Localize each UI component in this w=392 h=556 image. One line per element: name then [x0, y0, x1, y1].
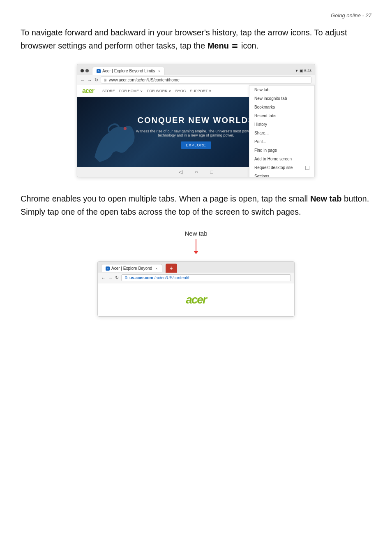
bs2-page-icon: 🗎	[124, 276, 128, 280]
page-header: Going online - 27	[21, 12, 371, 19]
bs2-tab-close[interactable]: ×	[155, 266, 157, 271]
nav-byoc: BYOC	[175, 89, 186, 93]
page-icon: 🗎	[104, 78, 107, 82]
dropdown-find-in-page[interactable]: Find in page	[249, 146, 314, 155]
second-text-part1: Chrome enables you to open multiple tabs…	[21, 194, 310, 203]
home-nav-icon[interactable]: ○	[195, 169, 198, 175]
browser-screenshot-2: a Acer | Explore Beyond × + ← → ↻ 🗎 us.a…	[97, 261, 295, 317]
address-bar: ← → ↻ 🗎 www.acer.com/ac/en/US/content/ho…	[77, 75, 315, 85]
bs2-forward-button[interactable]: →	[108, 276, 113, 280]
reload-button[interactable]: ↻	[95, 77, 98, 83]
dropdown-settings[interactable]: Settings	[249, 172, 314, 177]
dropdown-print[interactable]: Print...	[249, 137, 314, 146]
bs2-address-bar: ← → ↻ 🗎 us.acer.com/ac/en/US/content/h	[98, 273, 294, 283]
bs2-url-rest: /ac/en/US/content/h	[154, 276, 191, 280]
browser-tab[interactable]: a Acer | Explore Beyond Limits ×	[92, 67, 165, 75]
bs2-content: acer	[98, 283, 294, 316]
bs2-tab-title: Acer | Explore Beyond	[111, 266, 152, 271]
dropdown-recent-tabs[interactable]: Recent tabs	[249, 111, 314, 120]
window-minimize-dot	[85, 69, 89, 72]
new-tab-label: New tab	[97, 230, 295, 237]
bs2-reload-button[interactable]: ↻	[115, 275, 119, 280]
recents-nav-icon[interactable]: □	[210, 169, 213, 175]
request-desktop-checkbox[interactable]	[305, 166, 309, 170]
down-arrow-icon	[196, 239, 196, 252]
new-tab-bold: New tab	[310, 194, 342, 203]
dropdown-bookmarks[interactable]: Bookmarks	[249, 103, 314, 111]
tab-favicon: a	[97, 69, 101, 73]
nav-store: STORE	[102, 89, 115, 93]
status-icons: ▼ ▣ 5:23	[295, 69, 311, 73]
nav-for-home: FOR HOME ∨	[119, 89, 143, 93]
bs2-tab-favicon: a	[106, 266, 110, 271]
dropdown-add-home[interactable]: Add to Home screen	[249, 155, 314, 163]
new-tab-plus-icon: +	[170, 265, 173, 271]
dropdown-new-tab[interactable]: New tab	[249, 86, 314, 94]
icon-label-text: icon.	[241, 41, 258, 50]
arrow-container	[97, 239, 295, 253]
bs2-url-field[interactable]: 🗎 us.acer.com/ac/en/US/content/h	[121, 274, 291, 281]
dropdown-history[interactable]: History	[249, 120, 314, 129]
browser-content: acer STORE FOR HOME ∨ FOR WORK ∨ BYOC SU…	[77, 85, 315, 177]
hero-title: CONQUER NEW WORLDS	[138, 116, 255, 125]
hero-dragon-image	[90, 118, 139, 167]
new-tab-indicator: New tab	[97, 230, 295, 253]
tab-close-btn[interactable]: ×	[158, 69, 160, 73]
browser-screenshot-1: a Acer | Explore Beyond Limits × ▼ ▣ 5:2…	[77, 64, 315, 177]
browser-dropdown-menu: New tab New incognito tab Bookmarks Rece…	[249, 85, 315, 177]
dropdown-request-desktop[interactable]: Request desktop site	[249, 163, 314, 172]
back-button[interactable]: ←	[81, 78, 85, 83]
tab-bar: a Acer | Explore Beyond Limits × ▼ ▣ 5:2…	[77, 64, 315, 75]
explore-button[interactable]: EXPLORE	[181, 141, 211, 149]
bs2-tab-bar: a Acer | Explore Beyond × +	[98, 262, 294, 273]
nav-for-work: FOR WORK ∨	[147, 89, 171, 93]
window-controls	[81, 69, 89, 72]
tab-title: Acer | Explore Beyond Limits	[102, 69, 155, 73]
dropdown-new-incognito[interactable]: New incognito tab	[249, 94, 314, 103]
back-nav-icon[interactable]: ◁	[179, 169, 182, 175]
bs2-active-tab[interactable]: a Acer | Explore Beyond ×	[101, 264, 162, 272]
url-text: www.acer.com/ac/en/US/content/home	[109, 78, 180, 82]
menu-bold: Menu	[208, 41, 229, 50]
intro-paragraph: To navigate forward and backward in your…	[21, 26, 371, 52]
intro-text-part1: To navigate forward and backward in your…	[21, 28, 347, 50]
menu-dots-icon	[232, 44, 238, 48]
acer-nav-links: STORE FOR HOME ∨ FOR WORK ∨ BYOC SUPPORT…	[102, 89, 212, 93]
second-paragraph: Chrome enables you to open multiple tabs…	[21, 192, 371, 218]
hero-subtitle: Witness the rise of our new gaming empir…	[134, 129, 258, 137]
window-close-dot	[81, 69, 84, 72]
bs2-back-button[interactable]: ←	[101, 276, 106, 280]
bs2-url-bold: us.acer.com	[129, 276, 153, 280]
forward-button[interactable]: →	[88, 78, 92, 83]
acer-logo-nav: acer	[82, 87, 94, 95]
nav-support: SUPPORT ∨	[190, 89, 212, 93]
dropdown-share[interactable]: Share...	[249, 129, 314, 137]
bs2-acer-logo: acer	[186, 293, 206, 306]
svg-point-0	[124, 127, 127, 130]
url-field[interactable]: 🗎 www.acer.com/ac/en/US/content/home	[101, 76, 311, 83]
new-tab-button[interactable]: +	[166, 264, 177, 273]
